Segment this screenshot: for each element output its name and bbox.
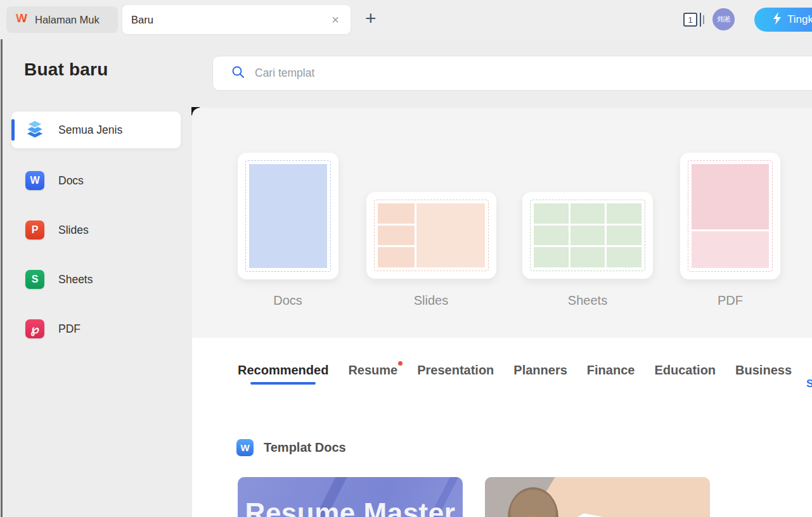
tab-home[interactable]: W Halaman Muk: [6, 6, 118, 33]
sheets-page-preview: [530, 200, 645, 271]
sidebar-item-pdf[interactable]: ℘ PDF: [11, 310, 181, 347]
new-sheets-card[interactable]: [522, 192, 653, 279]
sidebar-item-sheets[interactable]: S Sheets: [11, 261, 181, 298]
tab-resume[interactable]: Resume: [348, 363, 397, 385]
selected-indicator-bar: [11, 119, 15, 141]
category-tab-row: Recommended Resume Presentation Planners…: [238, 363, 796, 385]
new-pdf-card[interactable]: [680, 153, 780, 279]
sidebar-item-slides[interactable]: P Slides: [11, 212, 181, 248]
page-title: Buat baru: [24, 60, 108, 80]
tab-education[interactable]: Education: [654, 363, 716, 385]
slides-page-preview: [374, 200, 489, 271]
new-tab-button[interactable]: +: [365, 9, 377, 28]
see-more-link-partial[interactable]: S: [806, 378, 812, 390]
tab-presentation[interactable]: Presentation: [417, 363, 494, 385]
tab-baru-label: Baru: [131, 14, 329, 26]
docs-icon: W: [236, 439, 254, 456]
svg-text:W: W: [16, 11, 27, 25]
sidebar-item-label: Sheets: [58, 273, 93, 286]
tab-baru[interactable]: Baru ×: [122, 5, 351, 34]
new-slides-card[interactable]: [366, 192, 496, 279]
template-card-resume-master[interactable]: Resume Master: [238, 477, 463, 517]
sidebar-item-all-types[interactable]: Semua Jenis: [11, 112, 181, 148]
template-search-bar[interactable]: [212, 56, 812, 91]
template-title: Resume Master: [238, 497, 463, 517]
doctype-label-slides[interactable]: Slides: [380, 293, 482, 308]
lightning-icon: [772, 12, 782, 27]
window-tab-bar: W Halaman Muk Baru × + 1 炜淞 Tingk: [0, 0, 812, 39]
avatar[interactable]: 炜淞: [712, 8, 735, 30]
sidebar-item-label: Semua Jenis: [58, 124, 122, 137]
tab-business[interactable]: Business: [735, 363, 792, 385]
doctype-label-pdf[interactable]: PDF: [680, 293, 781, 308]
doctype-label-docs[interactable]: Docs: [237, 293, 338, 308]
search-input[interactable]: [255, 67, 699, 80]
tab-recommended[interactable]: Recommended: [238, 363, 328, 385]
docs-page-preview: [245, 160, 331, 272]
new-badge-dot: [398, 361, 403, 366]
sheets-icon: S: [25, 270, 44, 289]
upgrade-button[interactable]: Tingk: [754, 8, 812, 32]
pdf-icon: ℘: [25, 319, 44, 338]
close-icon[interactable]: ×: [329, 12, 342, 27]
slides-icon: P: [25, 220, 44, 239]
wps-new-document-page: W Halaman Muk Baru × + 1 炜淞 Tingk Buat b…: [0, 0, 812, 517]
tab-list-button[interactable]: 1: [683, 12, 705, 28]
tab-finance[interactable]: Finance: [587, 363, 635, 385]
tab-stack-bar: [703, 15, 704, 24]
pdf-page-preview: [688, 160, 773, 272]
window-edge-divider: [1, 39, 3, 517]
docs-icon: W: [25, 171, 44, 190]
sidebar-item-docs[interactable]: W Docs: [11, 162, 181, 199]
layers-icon: [25, 118, 44, 141]
template-card-resume-photo[interactable]: [485, 477, 710, 517]
tab-resume-label: Resume: [348, 363, 397, 377]
tab-planners[interactable]: Planners: [513, 363, 567, 385]
templates-zone: Recommended Resume Presentation Planners…: [192, 338, 812, 517]
tab-home-label: Halaman Muk: [35, 14, 100, 26]
upgrade-label: Tingk: [787, 13, 812, 26]
sidebar-item-label: Docs: [58, 174, 84, 188]
tab-count-value: 1: [683, 13, 697, 27]
wps-logo-icon: W: [14, 11, 29, 29]
templat-docs-header: W Templat Docs: [236, 439, 346, 456]
doctype-label-sheets[interactable]: Sheets: [537, 293, 638, 308]
sidebar-item-label: Slides: [58, 224, 89, 237]
new-docs-card[interactable]: [238, 153, 338, 279]
sidebar-item-label: PDF: [58, 322, 81, 336]
section-title: Templat Docs: [264, 440, 346, 455]
tab-stack-bar: [700, 13, 701, 27]
search-icon: [231, 65, 246, 82]
